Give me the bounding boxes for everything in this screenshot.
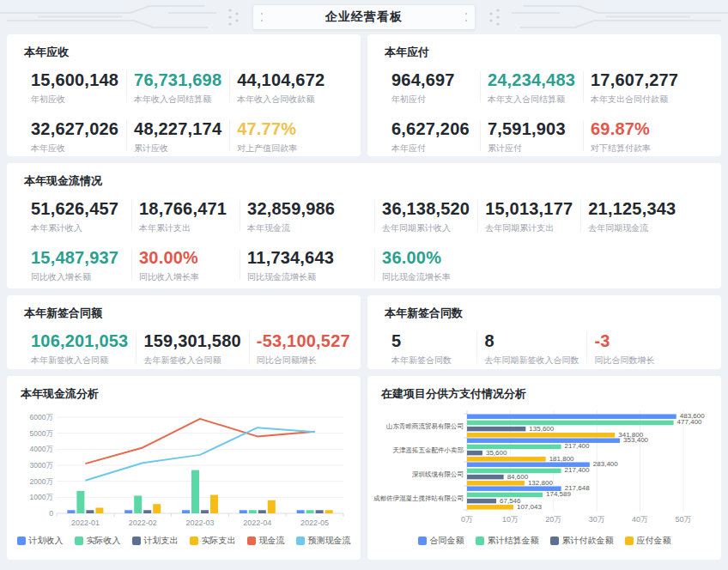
stat-label: 同比合同额增长 (257, 354, 350, 367)
stat-label: 去年新签收入合同额 (143, 354, 240, 367)
y-axis-tick-label: 6000万 (30, 413, 54, 421)
bar-累计付款金额 (467, 475, 504, 480)
cashflow-chart-legend: 计划收入实际收入计划支出实际支出现金流预测现金流 (21, 535, 347, 547)
stat-label: 本年新签收入合同额 (31, 354, 128, 367)
stat-label: 同比收入增长率 (139, 270, 232, 283)
legend-label: 计划支出 (144, 535, 179, 547)
stat-value: 69.87% (591, 118, 695, 140)
legend-label: 累计付款金额 (562, 535, 614, 547)
legend-swatch-icon (418, 537, 427, 545)
stat-value: 7,591,903 (488, 118, 575, 140)
stat-label: 去年同期累计支出 (485, 221, 573, 234)
stat-label: 本年应付 (391, 142, 472, 155)
legend-swatch-icon (296, 537, 305, 545)
bar-实际支出 (153, 504, 161, 513)
stat-label: 同比现金流增长额 (247, 270, 367, 283)
legend-item-合同金额[interactable]: 合同金额 (418, 535, 464, 547)
card-receivable: 本年应收 15,600,148年初应收76,731,698本年收入合同结算额44… (7, 34, 361, 156)
supplier-payment-bar-chart: 0万10万20万30万40万50万山东青睢商流贸易有限公司483,600477,… (381, 410, 707, 532)
chart-title-supplier-payment: 在建项目分供方支付情况分析 (381, 386, 707, 402)
stat-value: 8 (484, 330, 579, 352)
x-axis-category-label: 2022-01 (71, 518, 100, 527)
y-axis-tick-label: 5000万 (30, 429, 54, 438)
stat-value: 51,626,457 (31, 197, 124, 220)
stat-value: 21,125,343 (588, 197, 695, 220)
stat-label: 累计应收 (134, 142, 221, 155)
stat-value: 30.00% (139, 246, 232, 269)
stat-item: 159,301,580去年新签收入合同额 (136, 330, 249, 367)
payable-stats: 964,697年初应付24,234,483本年支入合同结算额17,607,277… (385, 69, 704, 155)
stat-item: 24,234,483本年支入合同结算额 (481, 69, 584, 106)
bar-合同金额 (467, 438, 620, 443)
legend-item-实际支出[interactable]: 实际支出 (190, 535, 236, 547)
legend-label: 计划收入 (29, 535, 64, 547)
x-axis-tick-label: 30万 (589, 515, 605, 524)
legend-swatch-icon (75, 537, 83, 545)
stat-item: 30.00%同比收入增长率 (132, 246, 240, 283)
card-supplier-payment-chart: 在建项目分供方支付情况分析 0万10万20万30万40万50万山东青睢商流贸易有… (367, 376, 721, 560)
stat-item: 11,734,643同比现金流增长额 (240, 246, 375, 283)
bar-value-label: 132,800 (528, 479, 553, 487)
stat-item: 6,627,206本年应付 (385, 118, 481, 155)
x-axis-tick-label: 10万 (502, 515, 519, 524)
bar-累计付款金额 (467, 427, 525, 432)
card-title-contract-count: 本年新签合同数 (385, 306, 704, 321)
bar-计划收入 (182, 510, 190, 513)
stat-item: 36.00%同比现金流增长率 (375, 246, 478, 283)
stat-value: -53,100,527 (257, 330, 350, 352)
stat-label: 本年现金流 (247, 221, 367, 234)
stat-value: 17,607,277 (591, 69, 695, 91)
contract-amount-stats: 106,201,053本年新签收入合同额159,301,580去年新签收入合同额… (24, 330, 343, 367)
dashboard-header: 企业经营看板 (0, 0, 728, 34)
card-new-contract-amount: 本年新签合同额 106,201,053本年新签收入合同额159,301,580去… (7, 295, 361, 369)
stat-label: 本年应收 (31, 142, 118, 155)
stat-label: 去年同期现金流 (588, 221, 695, 234)
stat-item: 32,859,986本年现金流 (240, 197, 375, 234)
legend-item-预测现金流[interactable]: 预测现金流 (296, 535, 351, 547)
y-axis-tick-label: 3000万 (30, 461, 54, 470)
bar-计划支出 (143, 510, 151, 513)
y-axis-tick-label: 2000万 (30, 477, 54, 486)
stat-item: 15,013,177去年同期累计支出 (478, 197, 581, 234)
bar-value-label: 283,400 (593, 460, 618, 468)
stat-value: 6,627,206 (391, 118, 472, 140)
legend-item-累计付款金额[interactable]: 累计付款金额 (550, 535, 614, 547)
stat-label: 年初应收 (31, 93, 118, 106)
bar-value-label: 181,800 (549, 455, 574, 463)
receivable-stats: 15,600,148年初应收76,731,698本年收入合同结算额44,104,… (24, 69, 343, 155)
bar-实际收入 (306, 510, 314, 513)
legend-item-实际收入[interactable]: 实际收入 (75, 535, 121, 547)
card-title-contract-amount: 本年新签合同额 (24, 306, 343, 321)
stat-value: 15,600,148 (31, 69, 118, 91)
y-axis-tick-label: 4000万 (30, 445, 54, 453)
bar-计划收入 (297, 510, 305, 513)
legend-item-现金流[interactable]: 现金流 (247, 535, 285, 547)
stat-value: 15,487,937 (31, 246, 124, 269)
bar-累计付款金额 (467, 451, 482, 456)
legend-item-应付金额[interactable]: 应付金额 (625, 535, 671, 547)
legend-item-计划收入[interactable]: 计划收入 (17, 535, 64, 547)
stat-value: 11,734,643 (247, 246, 367, 269)
contract-count-stats: 5本年新签合同数8去年同期新签收入合同数-3同比合同数增长 (385, 330, 704, 367)
card-title-payable: 本年应付 (385, 45, 704, 60)
legend-swatch-icon (476, 537, 484, 545)
legend-item-累计结算金额[interactable]: 累计结算金额 (476, 535, 539, 547)
supplier-chart-legend: 合同金额累计结算金额累计付款金额应付金额 (381, 535, 707, 547)
bar-应付金额 (467, 433, 615, 438)
category-label: 成都佐伊混凝土搅拌站有限公司 (373, 494, 464, 502)
bar-value-label: 135,600 (529, 425, 554, 433)
bar-计划收入 (124, 510, 132, 513)
stat-value: 32,859,986 (247, 197, 367, 220)
stat-value: 47.77% (237, 118, 335, 140)
card-new-contract-count: 本年新签合同数 5本年新签合同数8去年同期新签收入合同数-3同比合同数增长 (367, 295, 721, 369)
stat-item: 15,487,937同比收入增长额 (24, 246, 132, 283)
legend-item-计划支出[interactable]: 计划支出 (132, 535, 179, 547)
stat-value: 159,301,580 (143, 330, 240, 352)
title-box-dots-left (261, 13, 263, 15)
stat-label: 去年同期新签收入合同数 (484, 354, 579, 367)
chart-title-cashflow-analysis: 本年现金流分析 (21, 386, 347, 402)
stat-label: 对上产值回款率 (237, 142, 335, 155)
legend-swatch-icon (247, 537, 256, 545)
legend-swatch-icon (132, 537, 141, 545)
y-axis-tick-label: 1000万 (30, 493, 54, 501)
